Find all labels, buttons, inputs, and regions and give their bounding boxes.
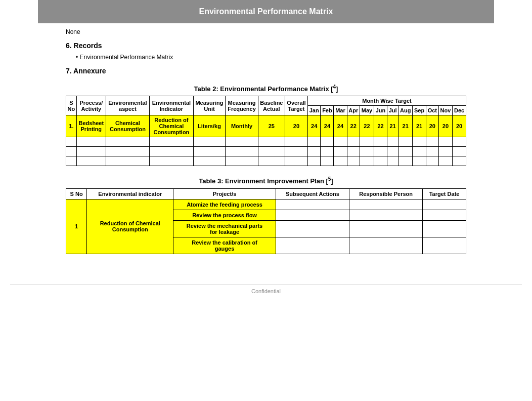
- col-env-aspect: Environmentalaspect: [106, 96, 149, 115]
- cell-t3-subsequent1: [276, 199, 349, 210]
- cell-t3-subsequent2: [276, 210, 349, 220]
- cell-sno: 1.: [66, 115, 77, 137]
- performance-matrix-table: SNo Process/Activity Environmentalaspect…: [66, 96, 466, 166]
- section6-bullet: Environmental Performance Matrix: [76, 54, 466, 61]
- header-bar: Environmental Performance Matrix: [38, 0, 494, 23]
- cell-t3-indicator: Reduction of ChemicalConsumption: [87, 199, 173, 254]
- col-t3-indicator: Environmental indicator: [87, 188, 173, 199]
- cell-t3-date1: [423, 199, 466, 210]
- cell-t3-responsible1: [349, 199, 423, 210]
- col-unit: MeasuringUnit: [193, 96, 226, 115]
- footer-text: Confidential: [0, 288, 532, 294]
- section7-heading: 7. Annexure: [66, 67, 466, 75]
- table-row-empty3: [66, 156, 466, 166]
- col-overall-target: OverallTarget: [285, 96, 308, 115]
- table-row-empty2: [66, 147, 466, 156]
- cell-t3-subsequent3: [276, 220, 349, 237]
- content-area: None 6. Records Environmental Performanc…: [0, 23, 532, 274]
- header-title: Environmental Performance Matrix: [199, 7, 333, 16]
- cell-aug: 21: [398, 115, 413, 137]
- table2-title: Table 2: Environmental Performance Matri…: [66, 84, 466, 93]
- col-process: Process/Activity: [76, 96, 106, 115]
- section6-heading: 6. Records: [66, 42, 466, 50]
- table3-title-end: ]: [331, 178, 333, 185]
- cell-t3-date3: [423, 220, 466, 237]
- table3-title-text: Table 3: Environment Improvement Plan [: [199, 178, 328, 185]
- cell-t3-project4: Review the calibration ofgauges: [173, 237, 276, 254]
- cell-t3-project1: Atomize the feeding process: [173, 199, 276, 210]
- col-may: May: [360, 106, 374, 115]
- col-sno: SNo: [66, 96, 77, 115]
- col-jul: Jul: [387, 106, 398, 115]
- cell-sep: 21: [413, 115, 426, 137]
- table2-title-end: ]: [336, 85, 338, 93]
- cell-baseline: 25: [258, 115, 285, 137]
- cell-t3-responsible4: [349, 237, 423, 254]
- cell-jul: 21: [387, 115, 398, 137]
- col-baseline: BaselineActual: [258, 96, 285, 115]
- cell-t3-sno: 1: [66, 199, 87, 254]
- cell-feb: 24: [321, 115, 334, 137]
- cell-t3-date4: [423, 237, 466, 254]
- table-row-empty1: [66, 137, 466, 147]
- cell-t3-date2: [423, 210, 466, 220]
- col-env-indicator: EnvironmentalIndicator: [150, 96, 193, 115]
- table-row: 1. BedsheetPrinting ChemicalConsumption …: [66, 115, 466, 137]
- cell-t3-responsible3: [349, 220, 423, 237]
- col-mar: Mar: [334, 106, 347, 115]
- col-jun: Jun: [374, 106, 387, 115]
- cell-env-aspect: ChemicalConsumption: [106, 115, 149, 137]
- col-t3-target-date: Target Date: [423, 188, 466, 199]
- col-t3-responsible: Responsible Person: [349, 188, 423, 199]
- cell-dec: 20: [453, 115, 466, 137]
- table2-title-text: Table 2: Environmental Performance Matri…: [194, 85, 333, 93]
- col-t3-projects: Project/s: [173, 188, 276, 199]
- cell-t3-project2: Review the process flow: [173, 210, 276, 220]
- page-wrapper: Environmental Performance Matrix None 6.…: [0, 0, 532, 401]
- col-oct: Oct: [426, 106, 438, 115]
- cell-may: 22: [360, 115, 374, 137]
- cell-frequency: Monthly: [226, 115, 258, 137]
- cell-env-indicator: Reduction ofChemicalConsumption: [150, 115, 193, 137]
- col-aug: Aug: [398, 106, 413, 115]
- cell-oct: 20: [426, 115, 438, 137]
- col-nov: Nov: [438, 106, 452, 115]
- cell-process: BedsheetPrinting: [76, 115, 106, 137]
- cell-t3-responsible2: [349, 210, 423, 220]
- col-t3-subsequent: Subsequent Actions: [276, 188, 349, 199]
- cell-t3-subsequent4: [276, 237, 349, 254]
- col-feb: Feb: [321, 106, 334, 115]
- col-apr: Apr: [347, 106, 360, 115]
- col-t3-sno: S No: [66, 188, 87, 199]
- col-frequency: MeasuringFrequency: [226, 96, 258, 115]
- cell-unit: Liters/kg: [193, 115, 226, 137]
- cell-t3-project3: Review the mechanical partsfor leakage: [173, 220, 276, 237]
- col-dec: Dec: [453, 106, 466, 115]
- table3-title: Table 3: Environment Improvement Plan [5…: [66, 176, 466, 185]
- col-month-wise: Month Wise Target: [307, 96, 466, 106]
- col-jan: Jan: [307, 106, 320, 115]
- table-row: 1 Reduction of ChemicalConsumption Atomi…: [66, 199, 466, 210]
- cell-jun: 22: [374, 115, 387, 137]
- improvement-plan-table: S No Environmental indicator Project/s S…: [66, 188, 466, 254]
- col-sep: Sep: [413, 106, 426, 115]
- none-text: None: [66, 28, 466, 35]
- cell-jan: 24: [307, 115, 320, 137]
- cell-overall-target: 20: [285, 115, 308, 137]
- cell-mar: 24: [334, 115, 347, 137]
- footer-line: [10, 285, 522, 285]
- cell-nov: 20: [438, 115, 452, 137]
- cell-apr: 22: [347, 115, 360, 137]
